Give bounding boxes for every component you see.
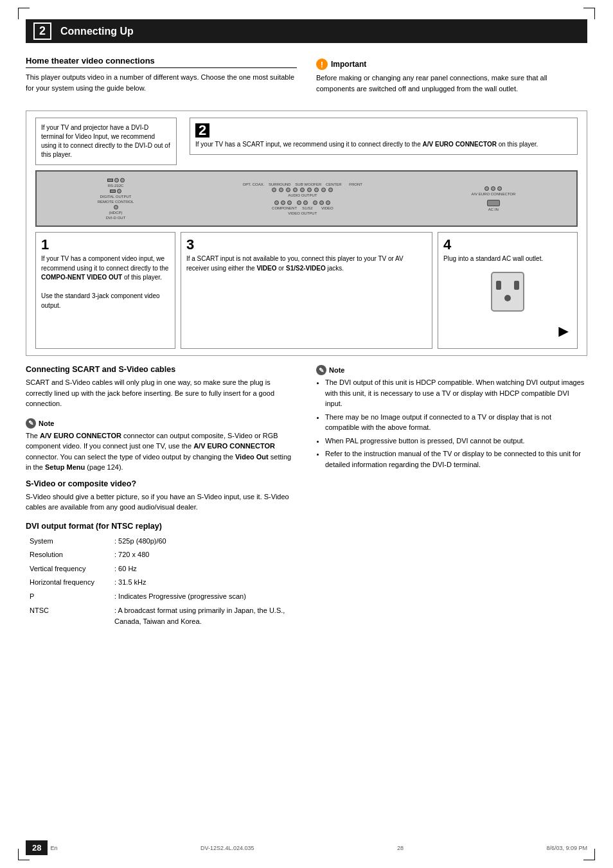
chapter-header: 2 Connecting Up [26, 19, 587, 43]
scart-heading: Connecting SCART and S-Video cables [26, 365, 297, 374]
step1-number: 1 [41, 238, 170, 252]
intro-left: Home theater video connections This play… [26, 56, 297, 100]
svid2 [303, 200, 308, 205]
opt8 [321, 188, 326, 192]
opt6 [307, 188, 312, 192]
remote-connector [114, 178, 119, 182]
dvi-value: : 60 Hz [112, 563, 296, 576]
vid3 [326, 200, 330, 205]
step4-cell: 4Plug into a standard AC wall outlet.► [438, 232, 578, 349]
dvi-label: System [27, 535, 111, 548]
remote-control-label: REMOTE CONTROL [98, 200, 134, 204]
svideo-body: S-Video should give a better picture, so… [26, 492, 297, 513]
corner-mark-tl [18, 8, 30, 19]
diagram-bottom-row: 1If your TV has a component video input,… [35, 232, 578, 349]
footer-page: 28 [397, 845, 404, 851]
chapter-number: 2 [33, 22, 51, 40]
digital-output-label: DIGITAL OUTPUT [100, 195, 132, 199]
euro1 [484, 186, 489, 191]
step3-number: 3 [186, 238, 427, 252]
dvi-table: System: 525p (480p)/60Resolution: 720 x … [26, 534, 297, 630]
important-label: Important [331, 60, 366, 69]
hdcp-label: (HDCP) [109, 211, 123, 215]
dvi-row: Horizontal frequency: 31.5 kHz [27, 576, 296, 589]
callout-dvi: If your TV and projector have a DVI-D te… [35, 118, 177, 165]
home-theater-heading: Home theater video connections [26, 56, 297, 68]
bottom-right: ✎ Note The DVI output of this unit is HD… [316, 365, 587, 639]
opt3 [286, 188, 290, 192]
note-right-bullet: There may be no Image output if connecte… [325, 412, 587, 433]
dvi-value: : 720 x 480 [112, 549, 296, 562]
page-footer: 28 En DV-12S2.4L.024.035 28 8/6/03, 9:09… [26, 840, 587, 855]
av-euro-label: A/V EURO CONNECTOR [471, 192, 515, 196]
euro2 [491, 186, 495, 191]
dvi-section: DVI output format (for NTSC replay) Syst… [26, 522, 297, 630]
home-theater-body: This player outputs video in a number of… [26, 72, 297, 93]
note-icon: ✎ [26, 418, 36, 429]
svg-rect-0 [492, 272, 524, 311]
panel-left: RS-232C DIGITAL OUTPUT REMOTE CONTROL (H… [98, 178, 134, 220]
vid2 [319, 200, 324, 205]
corner-mark-tr [583, 8, 595, 19]
callout-dvi-text: If your TV and projector have a DVI-D te… [41, 124, 170, 158]
note-scart-box: ✎ Note The A/V EURO CONNECTOR connector … [26, 418, 297, 473]
dvi-value: : 525p (480p)/60 [112, 535, 296, 548]
svg-point-3 [504, 295, 511, 301]
note-right-bullet: Refer to the instruction manual of the T… [325, 448, 587, 470]
svg-rect-2 [514, 281, 519, 290]
panel-right: A/V EURO CONNECTOR AC IN [471, 186, 515, 211]
diagram-top-row: If your TV and projector have a DVI-D te… [35, 118, 578, 165]
opt7 [314, 188, 319, 192]
step3-cell: 3If a SCART input is not available to yo… [181, 232, 432, 349]
footer-model: DV-12S2.4L.024.035 [200, 845, 254, 851]
dvi-label: P [27, 590, 111, 603]
comp3 [287, 200, 292, 205]
audio-output-label: AUDIO OUTPUT [288, 193, 317, 197]
note-right-box: ✎ Note The DVI output of this unit is HD… [316, 365, 587, 470]
note-right-bullet: The DVI output of this unit is HDCP comp… [325, 377, 587, 409]
step2-box: 2If your TV has a SCART input, we recomm… [190, 118, 578, 155]
dvi-label: Horizontal frequency [27, 576, 111, 589]
right-arrow: ► [555, 319, 572, 344]
page-number: 28 [26, 840, 48, 855]
dvi-label: DVI-D OUT [106, 216, 126, 220]
svideo-section: S-Video or composite video? S-Video shou… [26, 479, 297, 513]
digital-circle [117, 189, 121, 193]
comp1 [274, 200, 279, 205]
comp2 [281, 200, 285, 205]
opt9 [328, 188, 333, 192]
note-right-bullet: When PAL progressive button is pressed, … [325, 436, 587, 447]
dvi-value: : Indicates Progressive (progressive sca… [112, 590, 296, 603]
svid1 [297, 200, 301, 205]
important-title: ! Important [316, 58, 587, 70]
important-body: Before making or changing any rear panel… [316, 73, 587, 94]
bottom-left: Connecting SCART and S-Video cables SCAR… [26, 365, 297, 639]
opt1 [272, 188, 276, 192]
step4-number: 4 [443, 238, 451, 252]
note-scart-label: Note [39, 420, 54, 427]
connector2 [120, 178, 125, 182]
scart-section: Connecting SCART and S-Video cables SCAR… [26, 365, 297, 409]
component-label: COMPONENT S1/S2 VIDEO [272, 206, 333, 210]
power-connector [487, 200, 500, 206]
dvi-heading: DVI output format (for NTSC replay) [26, 522, 297, 531]
intro-right: ! Important Before making or changing an… [316, 56, 587, 100]
note-right-list: The DVI output of this unit is HDCP comp… [316, 377, 587, 470]
rear-panel-illustration: RS-232C DIGITAL OUTPUT REMOTE CONTROL (H… [35, 170, 578, 227]
digital-out [110, 190, 116, 193]
dvi-label: Resolution [27, 549, 111, 562]
intro-section: Home theater video connections This play… [26, 56, 587, 100]
rs232-connector [107, 179, 113, 182]
scart-body: SCART and S-Video cables will only plug … [26, 377, 297, 409]
opt5 [300, 188, 305, 192]
dvi-label: Vertical frequency [27, 563, 111, 576]
euro3 [497, 186, 502, 191]
hdcp-connector [114, 205, 118, 209]
dvi-row: P: Indicates Progressive (progressive sc… [27, 590, 296, 603]
power-label: AC IN [488, 208, 499, 211]
note-scart-title: ✎ Note [26, 418, 297, 429]
step4-text: Plug into a standard AC wall outlet. [443, 254, 543, 264]
vid1 [313, 200, 317, 205]
chapter-title: Connecting Up [60, 26, 134, 37]
dvi-value: : 31.5 kHz [112, 576, 296, 589]
